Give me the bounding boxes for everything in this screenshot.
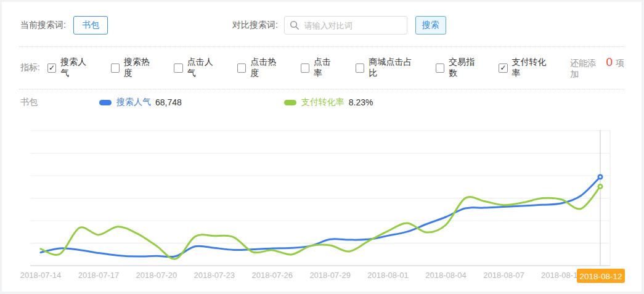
metric-option-4[interactable]: 点击率 <box>301 57 338 79</box>
x-tick-label: 2018-08-04 <box>425 271 467 280</box>
x-tick-label: 2018-07-20 <box>136 271 177 280</box>
search-icon <box>290 20 300 30</box>
highlighted-date-label: 2018-08-12 <box>579 272 622 281</box>
search-button[interactable]: 搜索 <box>415 16 446 35</box>
current-term-button[interactable]: 书包 <box>73 16 108 35</box>
metrics-row: 指标: 搜索人气搜索热度点击人气点击热度点击率商城点击占比交易指数支付转化率 还… <box>2 47 642 89</box>
metrics-options: 搜索人气搜索热度点击人气点击热度点击率商城点击占比交易指数支付转化率 <box>47 57 570 79</box>
metric-option-label: 搜索热度 <box>124 57 157 79</box>
x-tick-label: 2018-07-23 <box>194 271 235 280</box>
metric-option-label: 点击热度 <box>250 57 283 79</box>
metric-option-0[interactable]: 搜索人气 <box>47 57 94 79</box>
search-term-row: 当前搜索词: 书包 对比搜索词: 搜索 <box>2 2 642 46</box>
remaining-quota: 还能添加 0 项 <box>570 55 624 80</box>
x-tick-label: 2018-08-01 <box>367 271 409 280</box>
checkbox-unchecked[interactable] <box>436 63 444 73</box>
x-tick-label: 2018-07-26 <box>251 271 293 280</box>
legend-keyword: 书包 <box>20 97 38 108</box>
checkbox-unchecked[interactable] <box>174 63 182 73</box>
compare-term-input[interactable] <box>284 16 407 35</box>
page-edge-right <box>642 0 644 294</box>
x-tick-label: 2018-07-17 <box>78 271 120 280</box>
trend-chart[interactable]: 2018-07-142018-07-172018-07-202018-07-23… <box>2 123 642 292</box>
x-tick-label: 2018-08-10 <box>541 271 582 280</box>
chart-svg: 2018-07-142018-07-172018-07-202018-07-23… <box>2 123 642 292</box>
current-term-label: 当前搜索词: <box>20 20 66 31</box>
legend-swatch <box>99 100 112 105</box>
checkbox-unchecked[interactable] <box>237 63 246 73</box>
checkbox-unchecked[interactable] <box>301 63 309 73</box>
series-endpoint-dot-center <box>599 186 601 188</box>
legend-items: 搜索人气68,748支付转化率8.23% <box>38 97 373 108</box>
legend-row: 书包 搜索人气68,748支付转化率8.23% <box>2 89 642 108</box>
metric-option-1[interactable]: 搜索热度 <box>111 57 157 79</box>
checkbox-checked[interactable] <box>499 63 507 73</box>
remaining-count: 0 <box>606 55 613 69</box>
legend-label: 搜索人气 <box>116 97 151 108</box>
legend-label: 支付转化率 <box>301 97 344 108</box>
legend-value: 8.23% <box>349 97 373 107</box>
checkbox-unchecked[interactable] <box>356 63 364 73</box>
metric-option-2[interactable]: 点击人气 <box>174 57 220 79</box>
metric-option-label: 点击率 <box>314 57 338 79</box>
metric-option-label: 商城点击占比 <box>369 57 418 79</box>
metric-option-label: 搜索人气 <box>60 57 93 79</box>
metric-option-5[interactable]: 商城点击占比 <box>356 57 418 79</box>
x-tick-label: 2018-08-07 <box>483 271 524 280</box>
x-tick-label: 2018-07-29 <box>309 271 351 280</box>
legend-item-1[interactable]: 支付转化率8.23% <box>284 97 373 108</box>
remaining-prefix: 还能添加 <box>570 58 603 80</box>
series-endpoint-dot-center <box>599 176 601 178</box>
metric-option-6[interactable]: 交易指数 <box>436 57 482 79</box>
metric-option-3[interactable]: 点击热度 <box>237 57 283 79</box>
legend-value: 68,748 <box>155 97 182 107</box>
remaining-suffix: 项 <box>616 58 624 69</box>
checkbox-checked[interactable] <box>47 63 56 73</box>
legend-swatch <box>284 100 296 105</box>
page-edge-bottom <box>0 292 644 294</box>
checkbox-unchecked[interactable] <box>111 63 120 73</box>
metric-option-7[interactable]: 支付转化率 <box>499 57 553 79</box>
series-line-payment-conversion <box>41 187 600 259</box>
legend-item-0[interactable]: 搜索人气68,748 <box>99 97 182 108</box>
metric-option-label: 支付转化率 <box>512 57 553 79</box>
metrics-label: 指标: <box>20 62 40 73</box>
trend-analysis-panel: 当前搜索词: 书包 对比搜索词: 搜索 指标: 搜索人气搜索热度点击人气点击热度… <box>2 2 642 292</box>
metric-option-label: 交易指数 <box>449 57 481 79</box>
metric-option-label: 点击人气 <box>187 57 220 79</box>
compare-term-label: 对比搜索词: <box>232 20 278 31</box>
x-tick-label: 2018-07-14 <box>20 271 62 280</box>
